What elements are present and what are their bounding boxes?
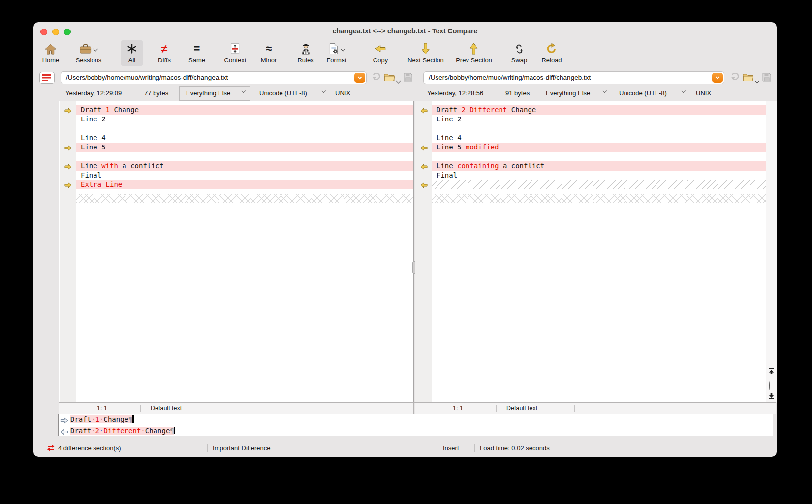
section-arrow[interactable] [420,144,428,153]
diff-line[interactable]: Line 5 [76,143,413,152]
toolbar-item-rules[interactable]: Rules [297,42,313,64]
right-file-size: 91 bytes [505,89,530,97]
diff-line[interactable] [76,152,413,161]
left-path-text: /Users/bobby/home/muo/writing/macos-diff… [66,74,228,81]
section-arrow[interactable] [420,181,428,190]
load-time-label: Load time: 0.02 seconds [480,445,550,452]
pane-status-divider [413,403,415,414]
right-swap-sides-icon[interactable] [731,73,740,83]
diff-line[interactable]: Line 4 [76,133,413,143]
chevron-down-icon [322,89,326,93]
left-file-modified: Yesterday, 12:29:09 [65,89,122,97]
section-arrow[interactable] [64,181,72,190]
prev-section-arrow-icon [469,43,478,55]
left-path-dropdown-button[interactable] [354,73,365,83]
toolbar-item-swap[interactable]: Swap [511,42,528,64]
toolbar-label: Context [224,57,247,64]
section-arrow-icon [64,108,72,114]
chevron-down-icon [682,89,686,93]
right-folder-chevron-icon[interactable] [754,76,759,85]
left-browse-folder-button[interactable] [384,73,395,83]
toolbar-label: Same [188,57,205,64]
right-scrollbar[interactable] [766,101,777,402]
right-editor[interactable]: Draft 2 Different ChangeLine 2Line 4Line… [432,101,766,402]
diff-line[interactable]: Line containing a conflict [432,161,766,171]
insert-mode-label: Insert [443,445,459,452]
diff-line[interactable]: Line with a conflict [76,161,413,171]
scroll-to-last-difference-icon[interactable] [769,392,774,401]
scroll-thumb-icon[interactable] [769,382,770,390]
scroll-to-first-difference-icon[interactable] [769,367,774,376]
left-swap-sides-icon[interactable] [372,73,381,83]
approx-icon: ≈ [266,43,272,54]
left-save-button[interactable] [404,73,412,84]
toolbar-item-copy[interactable]: Copy [373,42,388,64]
diff-line[interactable]: Line 5 modified [432,143,766,152]
left-line-endings: UNIX [335,89,350,97]
section-arrow-icon [420,182,428,188]
toolbar-item-home[interactable]: Home [42,42,60,64]
right-browse-folder-button[interactable] [743,73,753,83]
session-view-button[interactable] [39,72,55,84]
section-arrow[interactable] [420,107,428,116]
diff-line[interactable]: Final [432,171,766,180]
asterisk-icon [127,44,137,54]
toolbar-label: Sessions [76,57,102,64]
toolbar-item-same[interactable]: =Same [188,42,205,64]
section-arrow[interactable] [64,107,72,116]
toolbar-item-format[interactable]: Format [326,42,346,64]
pane-status-bars: 1: 1 Default text 1: 1 Default text [59,402,776,414]
diff-line[interactable]: Line 4 [432,133,766,143]
chevron-down-icon [358,75,362,79]
toolbar-label: All [127,57,137,64]
diff-line[interactable] [76,124,413,133]
section-arrow[interactable] [64,163,72,172]
toolbar-label: Copy [373,57,388,64]
reload-icon [546,43,557,55]
detail-row: Draft·2·Different·Change¶ [59,425,773,436]
diff-line[interactable] [432,124,766,133]
toolbar-item-sessions[interactable]: Sessions [76,42,102,64]
diff-line[interactable]: Extra Line [76,180,413,189]
toolbar-label: Minor [261,57,277,64]
diff-line[interactable]: Draft 1 Change [76,105,413,115]
toolbar-item-minor[interactable]: ≈Minor [261,42,277,64]
toolbar-item-prev-section[interactable]: Prev Section [456,42,492,64]
toolbar-item-reload[interactable]: Reload [541,42,562,64]
section-arrow[interactable] [64,144,72,153]
diff-line[interactable] [432,152,766,161]
end-of-file-filler [432,194,766,203]
left-encoding-dropdown[interactable]: Unicode (UTF-8) [259,89,307,97]
right-section-gutter [415,101,432,402]
left-editor[interactable]: Draft 1 ChangeLine 2Line 4Line 5Line wit… [76,101,413,402]
left-filter-label: Everything Else [186,89,230,97]
toolbar-label: Diffs [158,57,171,64]
format-document-icon [328,43,339,55]
right-filter-dropdown[interactable]: Everything Else [546,89,590,97]
chevron-down-icon [603,89,607,93]
right-path-dropdown-button[interactable] [712,73,723,83]
file-info-row: Yesterday, 12:29:09 77 bytes Everything … [33,86,777,101]
diff-line-missing[interactable] [432,180,766,189]
differences-icon [47,445,55,453]
text-caret [132,415,134,423]
right-encoding-dropdown[interactable]: Unicode (UTF-8) [619,89,667,97]
diff-line[interactable]: Line 2 [432,115,766,124]
right-path-input[interactable]: /Users/bobby/home/muo/writing/macos-diff… [423,71,724,84]
toolbar-item-next-section[interactable]: Next Section [407,42,444,64]
toolbar-item-diffs[interactable]: ≠Diffs [158,42,171,64]
section-arrow[interactable] [420,163,428,172]
chevron-down-icon [341,46,345,51]
briefcase-icon [80,44,92,54]
toolbar-item-all[interactable]: All [127,42,137,64]
toolbar: HomeSessionsAll≠Diffs=SameContext≈MinorR… [33,41,777,71]
diff-line[interactable]: Draft 2 Different Change [432,105,766,115]
left-path-input[interactable]: /Users/bobby/home/muo/writing/macos-diff… [61,71,367,84]
detail-line-text: Draft·2·Different·Change¶ [70,425,175,436]
right-save-button[interactable] [762,73,771,84]
right-syntax-label: Default text [506,405,537,412]
toolbar-item-context[interactable]: Context [224,42,247,64]
left-folder-chevron-icon[interactable] [396,76,400,85]
diff-line[interactable]: Line 2 [76,115,413,124]
diff-line[interactable]: Final [76,171,413,180]
